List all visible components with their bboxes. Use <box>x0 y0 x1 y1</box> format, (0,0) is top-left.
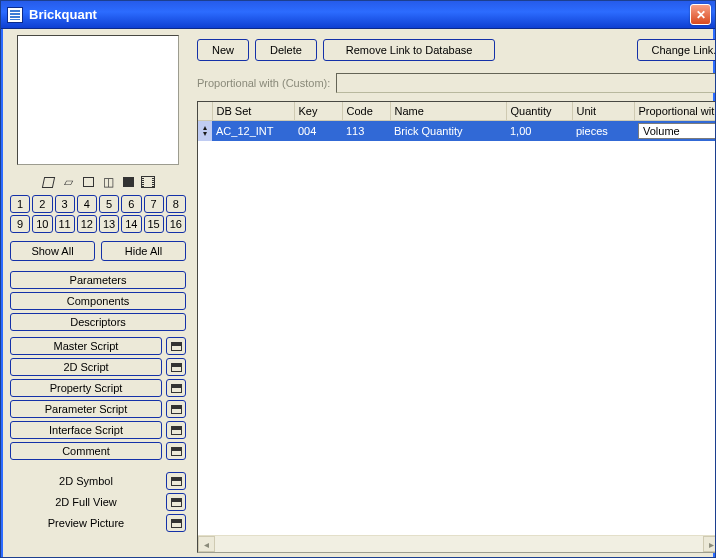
components-button[interactable]: Components <box>10 292 186 310</box>
layer-btn-3[interactable]: 3 <box>55 195 75 213</box>
window-title: Brickquant <box>29 7 690 22</box>
preview-picture-label: Preview Picture <box>10 515 162 531</box>
layer-btn-8[interactable]: 8 <box>166 195 186 213</box>
cell-key: 004 <box>294 121 342 142</box>
layer-btn-7[interactable]: 7 <box>144 195 164 213</box>
window-icon <box>171 498 182 507</box>
col-dbset[interactable]: DB Set <box>212 102 294 121</box>
row-grip[interactable]: ▴▾ <box>198 121 212 142</box>
cell-name: Brick Quantity <box>390 121 506 142</box>
side-panel: ▱ ◫ 1 2 3 4 5 6 7 8 9 10 11 12 13 14 15 … <box>7 33 189 553</box>
close-button[interactable]: ✕ <box>690 4 711 25</box>
client-area: ▱ ◫ 1 2 3 4 5 6 7 8 9 10 11 12 13 14 15 … <box>1 29 715 558</box>
main-panel: New Delete Remove Link to Database Chang… <box>195 33 716 553</box>
proportional-combo-value: Volume <box>639 125 716 137</box>
parameter-script-window-button[interactable] <box>166 400 186 418</box>
proportional-row: Proportional with (Custom): <box>195 67 716 93</box>
view-front-icon[interactable] <box>41 175 55 189</box>
proportional-field[interactable] <box>336 73 716 93</box>
window-icon <box>171 447 182 456</box>
col-quantity[interactable]: Quantity <box>506 102 572 121</box>
remove-link-button[interactable]: Remove Link to Database <box>323 39 496 61</box>
preview-picture-window-button[interactable] <box>166 514 186 532</box>
proportional-label: Proportional with (Custom): <box>197 77 330 89</box>
window-icon <box>171 384 182 393</box>
hide-all-button[interactable]: Hide All <box>101 241 186 261</box>
col-key[interactable]: Key <box>294 102 342 121</box>
window-icon <box>171 519 182 528</box>
window-icon <box>171 405 182 414</box>
layer-btn-16[interactable]: 16 <box>166 215 186 233</box>
master-script-window-button[interactable] <box>166 337 186 355</box>
view-3d-icon[interactable]: ◫ <box>101 175 115 189</box>
view-render-icon[interactable] <box>121 175 135 189</box>
2d-symbol-label: 2D Symbol <box>10 473 162 489</box>
horizontal-scrollbar[interactable]: ◂ ▸ <box>198 535 716 552</box>
layer-btn-4[interactable]: 4 <box>77 195 97 213</box>
layer-btn-5[interactable]: 5 <box>99 195 119 213</box>
view-side-icon[interactable]: ▱ <box>61 175 75 189</box>
comment-button[interactable]: Comment <box>10 442 162 460</box>
delete-button[interactable]: Delete <box>255 39 317 61</box>
window-icon <box>171 342 182 351</box>
view-mode-toolbar: ▱ ◫ <box>7 171 189 191</box>
col-unit[interactable]: Unit <box>572 102 634 121</box>
show-all-button[interactable]: Show All <box>10 241 95 261</box>
col-name[interactable]: Name <box>390 102 506 121</box>
window-icon <box>171 363 182 372</box>
scroll-left-button[interactable]: ◂ <box>198 536 215 552</box>
layer-btn-10[interactable]: 10 <box>32 215 52 233</box>
descriptors-button[interactable]: Descriptors <box>10 313 186 331</box>
action-toolbar: New Delete Remove Link to Database Chang… <box>195 33 716 61</box>
layer-btn-13[interactable]: 13 <box>99 215 119 233</box>
parameter-script-button[interactable]: Parameter Script <box>10 400 162 418</box>
layer-btn-11[interactable]: 11 <box>55 215 75 233</box>
scroll-track[interactable] <box>215 536 703 552</box>
cell-prop: Volume <box>634 121 716 142</box>
interface-script-button[interactable]: Interface Script <box>10 421 162 439</box>
layer-buttons-row1: 1 2 3 4 5 6 7 8 9 10 11 12 13 14 15 16 <box>7 195 189 233</box>
cell-unit: pieces <box>572 121 634 142</box>
table-header: DB Set Key Code Name Quantity Unit Propo… <box>198 102 716 121</box>
2d-symbol-window-button[interactable] <box>166 472 186 490</box>
titlebar: Brickquant ✕ <box>1 1 715 29</box>
layer-btn-14[interactable]: 14 <box>121 215 141 233</box>
layer-btn-15[interactable]: 15 <box>144 215 164 233</box>
window-icon <box>171 426 182 435</box>
cell-dbset: AC_12_INT <box>212 121 294 142</box>
new-button[interactable]: New <box>197 39 249 61</box>
proportional-combo[interactable]: Volume <box>638 123 716 139</box>
interface-script-window-button[interactable] <box>166 421 186 439</box>
property-script-window-button[interactable] <box>166 379 186 397</box>
view-film-icon[interactable] <box>141 175 155 189</box>
view-screen-icon[interactable] <box>81 175 95 189</box>
table-row[interactable]: ▴▾ AC_12_INT 004 113 Brick Quantity 1,00… <box>198 121 716 142</box>
2d-script-window-button[interactable] <box>166 358 186 376</box>
layer-btn-6[interactable]: 6 <box>121 195 141 213</box>
layer-btn-12[interactable]: 12 <box>77 215 97 233</box>
cell-quantity: 1,00 <box>506 121 572 142</box>
col-prop[interactable]: Proportional with <box>634 102 716 121</box>
property-script-button[interactable]: Property Script <box>10 379 162 397</box>
window-icon <box>171 477 182 486</box>
scroll-right-button[interactable]: ▸ <box>703 536 717 552</box>
app-icon <box>7 7 23 23</box>
layer-btn-1[interactable]: 1 <box>10 195 30 213</box>
change-link-button[interactable]: Change Link... <box>637 39 716 61</box>
comment-window-button[interactable] <box>166 442 186 460</box>
master-script-button[interactable]: Master Script <box>10 337 162 355</box>
layer-btn-9[interactable]: 9 <box>10 215 30 233</box>
2d-script-button[interactable]: 2D Script <box>10 358 162 376</box>
parameters-button[interactable]: Parameters <box>10 271 186 289</box>
2d-full-view-window-button[interactable] <box>166 493 186 511</box>
cell-code: 113 <box>342 121 390 142</box>
col-code[interactable]: Code <box>342 102 390 121</box>
col-handle[interactable] <box>198 102 212 121</box>
layer-btn-2[interactable]: 2 <box>32 195 52 213</box>
data-table: DB Set Key Code Name Quantity Unit Propo… <box>197 101 716 553</box>
2d-full-view-label: 2D Full View <box>10 494 162 510</box>
preview-box <box>17 35 179 165</box>
